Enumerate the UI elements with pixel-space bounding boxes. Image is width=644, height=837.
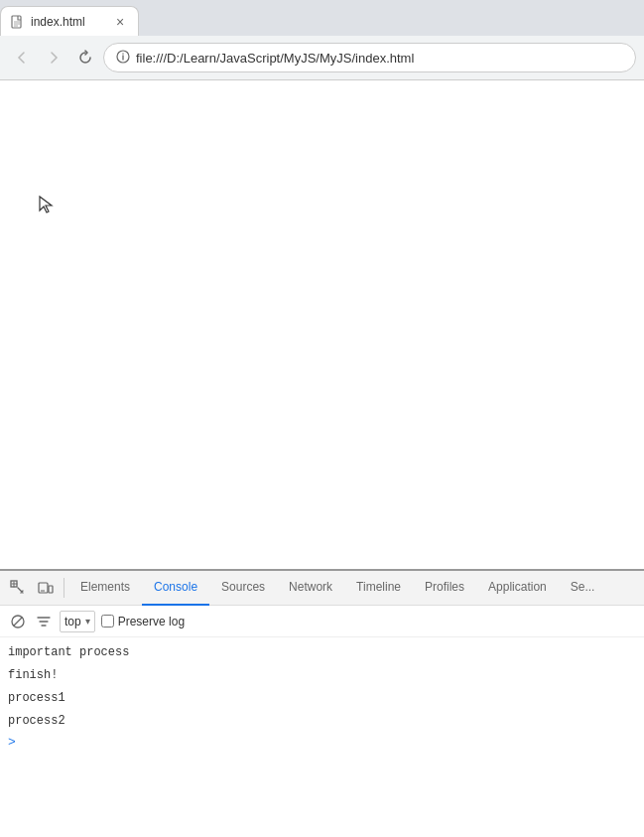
svg-rect-9 <box>49 586 53 593</box>
console-line-4: process2 <box>0 710 644 733</box>
preserve-log-label[interactable]: Preserve log <box>118 615 185 628</box>
browser-tab[interactable]: index.html × <box>0 6 139 36</box>
console-prompt-area[interactable]: > <box>0 733 644 752</box>
tab-favicon-icon <box>11 15 25 29</box>
console-line-3: process1 <box>0 687 644 710</box>
tab-profiles[interactable]: Profiles <box>413 571 476 606</box>
console-line-1: important process <box>0 641 644 664</box>
context-arrow-icon: ▾ <box>85 616 90 627</box>
forward-button[interactable] <box>40 44 67 71</box>
tab-timeline[interactable]: Timeline <box>344 571 413 606</box>
new-tab-button[interactable] <box>143 8 171 36</box>
inspect-element-button[interactable] <box>4 574 32 602</box>
browser-chrome: index.html × <box>0 0 644 80</box>
tab-separator <box>64 578 64 598</box>
context-selector[interactable]: top ▾ <box>60 611 95 632</box>
info-icon <box>116 50 130 67</box>
preserve-log-checkbox[interactable] <box>101 615 114 628</box>
reload-button[interactable] <box>71 44 99 71</box>
back-button[interactable] <box>8 44 36 71</box>
page-content <box>0 80 644 570</box>
tab-network[interactable]: Network <box>277 571 344 606</box>
console-prompt-symbol: > <box>8 735 16 750</box>
url-text: file:///D:/Learn/JavaScript/MyJS/MyJS/in… <box>136 51 623 66</box>
svg-line-12 <box>14 618 22 626</box>
filter-button[interactable] <box>34 612 54 631</box>
tab-sources[interactable]: Sources <box>209 571 277 606</box>
url-bar[interactable]: file:///D:/Learn/JavaScript/MyJS/MyJS/in… <box>103 43 636 72</box>
device-toggle-button[interactable] <box>32 574 60 602</box>
svg-point-6 <box>122 53 123 54</box>
console-line-2: finish! <box>0 664 644 687</box>
tab-bar: index.html × <box>0 0 644 36</box>
devtools-tab-bar: Elements Console Sources Network Timelin… <box>0 571 644 606</box>
tab-application[interactable]: Application <box>476 571 559 606</box>
tab-close-button[interactable]: × <box>112 14 128 30</box>
tab-console[interactable]: Console <box>142 571 209 606</box>
tab-security[interactable]: Se... <box>559 571 607 606</box>
tab-title: index.html <box>31 15 106 29</box>
clear-console-button[interactable] <box>8 612 28 631</box>
devtools-panel: Elements Console Sources Network Timelin… <box>0 569 644 837</box>
context-label: top <box>64 615 81 628</box>
tab-elements[interactable]: Elements <box>68 571 142 606</box>
address-bar: file:///D:/Learn/JavaScript/MyJS/MyJS/in… <box>0 36 644 79</box>
console-output: important process finish! process1 proce… <box>0 637 644 837</box>
preserve-log-area: Preserve log <box>101 615 185 628</box>
console-toolbar: top ▾ Preserve log <box>0 606 644 637</box>
